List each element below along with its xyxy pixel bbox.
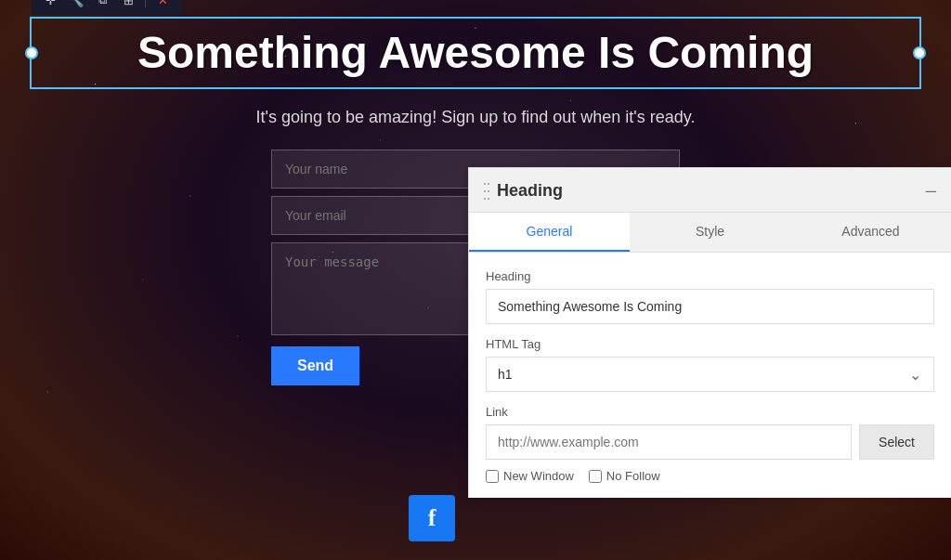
move-icon[interactable]: ✛ [39,0,61,11]
tab-advanced[interactable]: Advanced [790,213,951,252]
no-follow-label: No Follow [606,469,660,483]
facebook-icon[interactable]: f [409,495,455,541]
tab-style[interactable]: Style [630,213,790,252]
copy-icon[interactable]: ⧉ [91,0,113,11]
heading-panel: Heading ─ General Style Advanced Heading… [468,167,951,498]
tab-general[interactable]: General [469,213,630,252]
panel-tabs: General Style Advanced [469,213,951,253]
new-window-checkbox[interactable] [486,470,499,483]
panel-body: Heading HTML Tag h1 h2 h3 h4 h5 h6 div s… [469,253,951,498]
heading-field-label: Heading [486,269,934,283]
subtitle-text: It's going to be amazing! Sign up to fin… [256,108,696,127]
wrench-icon[interactable]: 🔧 [65,0,87,11]
heading-element[interactable]: ✛ 🔧 ⧉ ⊞ ✕ Something Awesome Is Coming [30,17,921,89]
new-window-checkbox-label[interactable]: New Window [486,469,574,483]
close-icon[interactable]: ✕ [151,0,174,11]
grid-icon[interactable]: ⊞ [117,0,139,11]
element-toolbar: ✛ 🔧 ⧉ ⊞ ✕ [32,0,181,15]
link-input[interactable] [486,424,852,460]
html-tag-select-wrapper: h1 h2 h3 h4 h5 h6 div span p ⌄ [486,357,934,392]
panel-minimize-button[interactable]: ─ [926,184,936,199]
no-follow-checkbox[interactable] [589,470,602,483]
panel-header: Heading ─ [469,168,951,213]
html-tag-select[interactable]: h1 h2 h3 h4 h5 h6 div span p [486,357,934,392]
toolbar-separator [145,0,146,7]
panel-title: Heading [484,181,563,201]
link-field-label: Link [486,405,934,419]
heading-field-input[interactable] [486,289,934,324]
checkbox-row: New Window No Follow [486,469,934,483]
html-tag-label: HTML Tag [486,337,934,351]
no-follow-checkbox-label[interactable]: No Follow [589,469,660,483]
select-button[interactable]: Select [859,424,934,460]
panel-title-text: Heading [497,181,563,201]
new-window-label: New Window [503,469,574,483]
send-button[interactable]: Send [271,346,359,385]
panel-drag-handle[interactable] [484,183,489,200]
main-heading: Something Awesome Is Coming [46,26,905,80]
link-row: Select [486,424,934,460]
